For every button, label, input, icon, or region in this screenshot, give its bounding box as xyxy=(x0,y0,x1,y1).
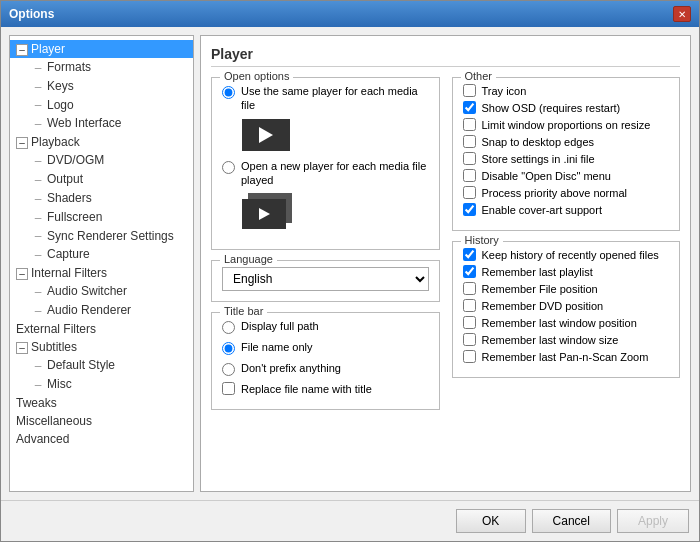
checkbox-remember-playlist[interactable]: Remember last playlist xyxy=(463,265,670,278)
checkbox-limit-window-input[interactable] xyxy=(463,118,476,131)
checkbox-show-osd[interactable]: Show OSD (requires restart) xyxy=(463,101,670,114)
checkbox-remember-pan-scan[interactable]: Remember last Pan-n-Scan Zoom xyxy=(463,350,670,363)
expander-icon: – xyxy=(16,342,28,354)
language-select[interactable]: English French German Spanish xyxy=(222,267,429,291)
apply-button[interactable]: Apply xyxy=(617,509,689,533)
checkbox-remember-last-window-pos-input[interactable] xyxy=(463,316,476,329)
sidebar-label: Miscellaneous xyxy=(16,414,92,428)
checkbox-store-settings-input[interactable] xyxy=(463,152,476,165)
radio-new-player-input[interactable] xyxy=(222,161,235,174)
checkbox-remember-window-size-input[interactable] xyxy=(463,333,476,346)
sidebar-item-output[interactable]: –Output xyxy=(10,170,193,189)
radio-file-name-only-input[interactable] xyxy=(222,342,235,355)
sidebar-label: External Filters xyxy=(16,322,96,336)
checkbox-snap-desktop[interactable]: Snap to desktop edges xyxy=(463,135,670,148)
sidebar-label: Fullscreen xyxy=(47,210,102,224)
sidebar-item-fullscreen[interactable]: –Fullscreen xyxy=(10,208,193,227)
checkbox-enable-cover-art[interactable]: Enable cover-art support xyxy=(463,203,670,216)
checkbox-remember-last-window-pos[interactable]: Remember last window position xyxy=(463,316,670,329)
checkbox-replace-filename-label: Replace file name with title xyxy=(241,383,372,395)
checkbox-tray-icon[interactable]: Tray icon xyxy=(463,84,670,97)
checkbox-replace-filename-input[interactable] xyxy=(222,382,235,395)
language-title: Language xyxy=(220,253,277,265)
right-column: Other Tray iconShow OSD (requires restar… xyxy=(452,77,681,481)
ok-button[interactable]: OK xyxy=(456,509,526,533)
sidebar-item-sync-renderer[interactable]: –Sync Renderer Settings xyxy=(10,227,193,246)
checkbox-remember-file-pos[interactable]: Remember File position xyxy=(463,282,670,295)
checkbox-enable-cover-art-input[interactable] xyxy=(463,203,476,216)
sidebar-item-playback[interactable]: –Playback xyxy=(10,133,193,151)
sidebar-label: Logo xyxy=(47,98,74,112)
sidebar-label: Keys xyxy=(47,79,74,93)
sidebar-item-tweaks[interactable]: Tweaks xyxy=(10,394,193,412)
checkbox-limit-window[interactable]: Limit window proportions on resize xyxy=(463,118,670,131)
radio-file-name-only[interactable]: File name only xyxy=(222,340,429,355)
checkbox-process-priority[interactable]: Process priority above normal xyxy=(463,186,670,199)
sidebar-item-formats[interactable]: –Formats xyxy=(10,58,193,77)
sidebar-label: Subtitles xyxy=(31,340,77,354)
checkbox-process-priority-input[interactable] xyxy=(463,186,476,199)
sidebar-item-player[interactable]: –Player xyxy=(10,40,193,58)
checkbox-remember-pan-scan-input[interactable] xyxy=(463,350,476,363)
other-title: Other xyxy=(461,70,497,82)
sidebar-item-internal-filters[interactable]: –Internal Filters xyxy=(10,264,193,282)
sidebar-item-audio-renderer[interactable]: –Audio Renderer xyxy=(10,301,193,320)
dash-icon: – xyxy=(32,154,44,168)
checkbox-limit-window-label: Limit window proportions on resize xyxy=(482,119,651,131)
sidebar-label: Capture xyxy=(47,247,90,261)
sidebar-item-default-style[interactable]: –Default Style xyxy=(10,356,193,375)
sidebar-item-advanced[interactable]: Advanced xyxy=(10,430,193,448)
history-group: History Keep history of recently opened … xyxy=(452,241,681,378)
dash-icon: – xyxy=(32,61,44,75)
checkbox-remember-file-pos-label: Remember File position xyxy=(482,283,598,295)
radio-no-prefix-input[interactable] xyxy=(222,363,235,376)
sidebar-item-web-interface[interactable]: –Web Interface xyxy=(10,114,193,133)
sidebar-item-external-filters[interactable]: External Filters xyxy=(10,320,193,338)
checkbox-store-settings[interactable]: Store settings in .ini file xyxy=(463,152,670,165)
sidebar: –Player–Formats–Keys–Logo–Web Interface–… xyxy=(9,35,194,492)
radio-file-name-only-label: File name only xyxy=(241,340,313,354)
checkbox-snap-desktop-input[interactable] xyxy=(463,135,476,148)
checkbox-tray-icon-label: Tray icon xyxy=(482,85,527,97)
sidebar-item-miscellaneous[interactable]: Miscellaneous xyxy=(10,412,193,430)
checkbox-disable-open-disc-input[interactable] xyxy=(463,169,476,182)
checkbox-remember-playlist-input[interactable] xyxy=(463,265,476,278)
checkbox-enable-cover-art-label: Enable cover-art support xyxy=(482,204,602,216)
sidebar-item-keys[interactable]: –Keys xyxy=(10,77,193,96)
open-options-title: Open options xyxy=(220,70,293,82)
checkbox-keep-history-label: Keep history of recently opened files xyxy=(482,249,659,261)
sidebar-item-misc[interactable]: –Misc xyxy=(10,375,193,394)
checkbox-remember-file-pos-input[interactable] xyxy=(463,282,476,295)
radio-same-player[interactable]: Use the same player for each media file xyxy=(222,84,429,113)
sidebar-item-logo[interactable]: –Logo xyxy=(10,96,193,115)
checkbox-replace-filename[interactable]: Replace file name with title xyxy=(222,382,429,395)
checkbox-remember-dvd-pos[interactable]: Remember DVD position xyxy=(463,299,670,312)
sidebar-item-shaders[interactable]: –Shaders xyxy=(10,189,193,208)
sidebar-label: Formats xyxy=(47,60,91,74)
sidebar-item-audio-switcher[interactable]: –Audio Switcher xyxy=(10,282,193,301)
cancel-button[interactable]: Cancel xyxy=(532,509,611,533)
sidebar-item-dvd-ogm[interactable]: –DVD/OGM xyxy=(10,151,193,170)
radio-same-player-input[interactable] xyxy=(222,86,235,99)
close-button[interactable]: ✕ xyxy=(673,6,691,22)
checkbox-tray-icon-input[interactable] xyxy=(463,84,476,97)
sidebar-label: Misc xyxy=(47,377,72,391)
checkbox-keep-history-input[interactable] xyxy=(463,248,476,261)
checkbox-show-osd-input[interactable] xyxy=(463,101,476,114)
checkbox-remember-dvd-pos-label: Remember DVD position xyxy=(482,300,604,312)
sidebar-item-subtitles[interactable]: –Subtitles xyxy=(10,338,193,356)
sidebar-label: Shaders xyxy=(47,191,92,205)
dash-icon: – xyxy=(32,248,44,262)
radio-full-path[interactable]: Display full path xyxy=(222,319,429,334)
checkbox-keep-history[interactable]: Keep history of recently opened files xyxy=(463,248,670,261)
single-player-icon xyxy=(242,119,290,151)
sidebar-label: Audio Switcher xyxy=(47,284,127,298)
radio-new-player[interactable]: Open a new player for each media file pl… xyxy=(222,159,429,188)
radio-no-prefix[interactable]: Don't prefix anything xyxy=(222,361,429,376)
checkbox-remember-dvd-pos-input[interactable] xyxy=(463,299,476,312)
sidebar-item-capture[interactable]: –Capture xyxy=(10,245,193,264)
radio-full-path-input[interactable] xyxy=(222,321,235,334)
checkbox-remember-window-size[interactable]: Remember last window size xyxy=(463,333,670,346)
checkbox-disable-open-disc[interactable]: Disable "Open Disc" menu xyxy=(463,169,670,182)
dash-icon: – xyxy=(32,359,44,373)
